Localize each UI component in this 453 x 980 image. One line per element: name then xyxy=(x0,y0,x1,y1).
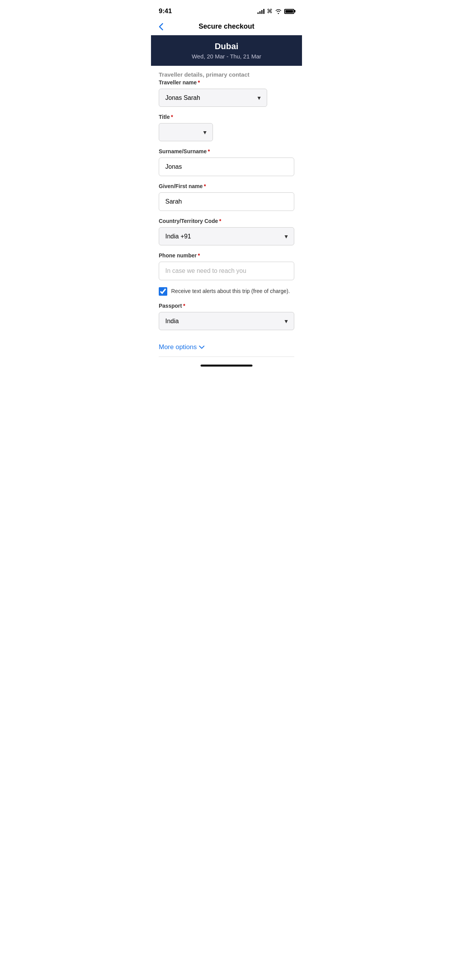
first-name-input[interactable] xyxy=(159,192,294,211)
status-time: 9:41 xyxy=(159,7,172,15)
banner-dates: Wed, 20 Mar - Thu, 21 Mar xyxy=(159,53,294,60)
required-indicator: * xyxy=(171,114,173,120)
title-group: Title * Mr Mrs Ms Dr ▼ xyxy=(159,114,294,141)
banner-city: Dubai xyxy=(159,41,294,51)
required-indicator: * xyxy=(183,303,185,309)
phone-number-label: Phone number * xyxy=(159,252,294,259)
country-code-label: Country/Territory Code * xyxy=(159,218,294,224)
first-name-group: Given/First name * xyxy=(159,183,294,211)
traveller-name-group: Traveller name * Jonas Sarah ▼ xyxy=(159,79,294,107)
title-select-wrapper: Mr Mrs Ms Dr ▼ xyxy=(159,123,213,141)
nav-header: Secure checkout xyxy=(151,19,302,35)
phone-number-input[interactable] xyxy=(159,262,294,280)
required-indicator: * xyxy=(208,148,210,154)
surname-label: Surname/Surname * xyxy=(159,148,294,154)
more-options-chevron-icon xyxy=(199,344,204,350)
destination-banner: Dubai Wed, 20 Mar - Thu, 21 Mar xyxy=(151,35,302,66)
first-name-label: Given/First name * xyxy=(159,183,294,189)
required-indicator: * xyxy=(204,183,206,189)
passport-select[interactable]: India United States United Kingdom Austr… xyxy=(159,312,294,330)
wifi-icon: ⌘ xyxy=(267,8,273,15)
surname-input[interactable] xyxy=(159,158,294,176)
text-alerts-label: Receive text alerts about this trip (fre… xyxy=(171,288,290,295)
passport-group: Passport * India United States United Ki… xyxy=(159,303,294,330)
traveller-name-select[interactable]: Jonas Sarah xyxy=(159,89,267,107)
battery-icon xyxy=(284,9,294,14)
section-divider xyxy=(159,356,294,357)
title-label: Title * xyxy=(159,114,294,120)
traveller-name-select-wrapper: Jonas Sarah ▼ xyxy=(159,89,267,107)
home-indicator xyxy=(201,365,252,367)
title-select[interactable]: Mr Mrs Ms Dr xyxy=(159,123,213,141)
country-code-select-wrapper: India +91 United States +1 United Kingdo… xyxy=(159,227,294,245)
passport-label: Passport * xyxy=(159,303,294,309)
page-title: Secure checkout xyxy=(199,22,254,31)
wifi-icon xyxy=(275,9,282,14)
country-code-select[interactable]: India +91 United States +1 United Kingdo… xyxy=(159,227,294,245)
required-indicator: * xyxy=(198,252,200,259)
traveller-name-label: Traveller name * xyxy=(159,79,294,86)
checkout-form: Traveller name * Jonas Sarah ▼ Title * M… xyxy=(151,79,302,330)
more-options-row[interactable]: More options xyxy=(151,337,302,355)
more-options-label: More options xyxy=(159,343,197,351)
status-bar: 9:41 ⌘ xyxy=(151,0,302,19)
required-indicator: * xyxy=(219,218,221,224)
country-code-group: Country/Territory Code * India +91 Unite… xyxy=(159,218,294,245)
signal-icon xyxy=(257,9,264,14)
text-alerts-row: Receive text alerts about this trip (fre… xyxy=(159,287,294,296)
surname-group: Surname/Surname * xyxy=(159,148,294,176)
text-alerts-checkbox[interactable] xyxy=(159,287,167,296)
passport-select-wrapper: India United States United Kingdom Austr… xyxy=(159,312,294,330)
section-header: Traveller details, primary contact xyxy=(151,66,302,79)
back-button[interactable] xyxy=(159,23,163,31)
required-indicator: * xyxy=(198,79,200,86)
status-icons: ⌘ xyxy=(257,8,294,15)
phone-number-group: Phone number * xyxy=(159,252,294,280)
